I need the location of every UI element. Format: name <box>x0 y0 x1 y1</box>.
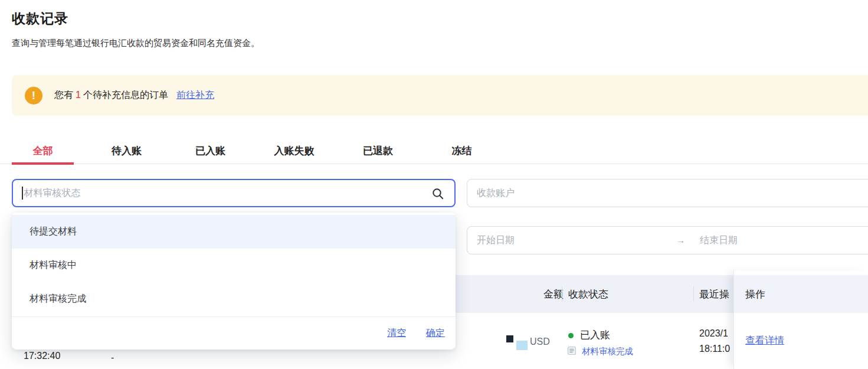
row-recent-time-fragment: 18:11:0 <box>699 344 730 354</box>
page-title: 收款记录 <box>12 9 68 28</box>
dropdown-footer: 清空 确定 <box>12 316 456 350</box>
status-tabs: 全部 待入账 已入账 入账失败 已退款 冻结 <box>0 137 868 164</box>
tab-refunded[interactable]: 已退款 <box>347 137 409 164</box>
start-date-placeholder: 开始日期 <box>477 234 515 247</box>
confirm-button[interactable]: 确定 <box>426 327 445 339</box>
dropdown-option-pending-submit[interactable]: 待提交材料 <box>12 215 456 249</box>
row-empty-value: - <box>111 352 114 363</box>
header-divider <box>562 286 562 302</box>
col-header-status: 收款状态 <box>568 275 608 313</box>
col-header-recent-action: 最近操 <box>699 275 729 313</box>
document-icon <box>567 346 577 355</box>
row-currency: USD <box>530 337 550 347</box>
receiving-account-input[interactable]: 收款账户 <box>467 179 868 207</box>
row-recent-date-fragment: 2023/1 <box>699 328 728 339</box>
header-divider <box>693 286 694 302</box>
end-date-placeholder: 结束日期 <box>700 234 738 247</box>
dropdown-option-in-review[interactable]: 材料审核中 <box>12 249 456 282</box>
col-header-amount: 金额 <box>507 275 564 313</box>
tab-all[interactable]: 全部 <box>12 137 74 164</box>
material-status-dropdown: 待提交材料 材料审核中 材料审核完成 清空 确定 <box>12 213 456 350</box>
search-placeholder: 材料审核状态 <box>24 187 81 200</box>
row-create-time-fragment: 17:32:40 <box>24 351 60 361</box>
page-subtitle: 查询与管理每笔通过银行电汇收款的贸易资金和同名充值资金。 <box>12 38 260 49</box>
status-dot-green <box>568 333 574 338</box>
date-range-input[interactable]: 开始日期 → 结束日期 <box>467 226 868 254</box>
tab-credit-failed[interactable]: 入账失败 <box>263 137 325 164</box>
dropdown-option-review-complete[interactable]: 材料审核完成 <box>12 282 456 316</box>
tab-pending-credit[interactable]: 待入账 <box>96 137 158 164</box>
collection-records-page: 收款记录 查询与管理每笔通过银行电汇收款的贸易资金和同名充值资金。 ! 您有1个… <box>0 0 868 369</box>
col-header-action: 操作 <box>734 275 868 313</box>
go-supplement-link[interactable]: 前往补充 <box>176 89 214 102</box>
material-status-link[interactable]: 材料审核完成 <box>582 346 633 357</box>
mask-block-light <box>516 341 528 350</box>
fixed-action-column: 操作 查看详情 <box>733 270 868 369</box>
material-status-search-input[interactable]: 材料审核状态 <box>12 179 456 207</box>
text-cursor <box>22 187 23 200</box>
arrow-right-icon: → <box>676 235 685 245</box>
view-details-link[interactable]: 查看详情 <box>745 334 784 347</box>
warning-icon: ! <box>25 87 42 105</box>
tab-credited[interactable]: 已入账 <box>179 137 241 164</box>
search-icon[interactable] <box>431 187 445 201</box>
mask-block-dark <box>506 335 513 342</box>
pending-info-notice: ! 您有1个待补充信息的订单 前往补充 <box>12 75 868 116</box>
tab-frozen[interactable]: 冻结 <box>431 137 493 164</box>
notice-text: 您有1个待补充信息的订单 <box>54 89 168 102</box>
row-status: 已入账 <box>580 328 610 342</box>
clear-button[interactable]: 清空 <box>387 327 406 339</box>
pending-count: 1 <box>76 90 81 100</box>
account-placeholder: 收款账户 <box>477 187 515 200</box>
